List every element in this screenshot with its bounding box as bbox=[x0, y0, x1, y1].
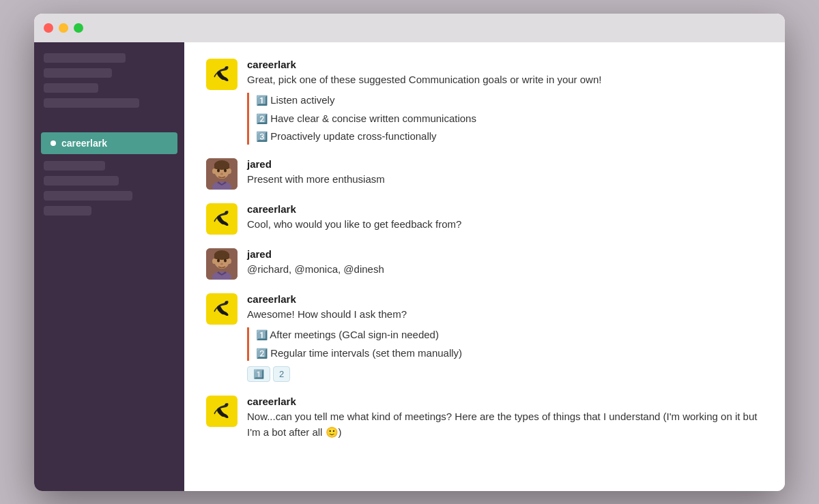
message-6-author: careerlark bbox=[247, 396, 763, 407]
message-3-content: careerlark Cool, who would you like to g… bbox=[247, 203, 763, 233]
svg-point-20 bbox=[220, 263, 223, 265]
message-3-text: Cool, who would you like to get feedback… bbox=[247, 217, 763, 233]
sidebar-placeholder-1[interactable] bbox=[44, 53, 126, 63]
title-bar bbox=[34, 14, 785, 42]
svg-rect-4 bbox=[214, 164, 229, 169]
list-item-1-1[interactable]: 1️⃣ Listen actively bbox=[256, 93, 763, 108]
message-5-author: careerlark bbox=[247, 293, 763, 305]
sidebar-placeholder-7[interactable] bbox=[44, 191, 132, 201]
bot-avatar-1 bbox=[206, 59, 238, 90]
sidebar-group-2 bbox=[41, 161, 177, 216]
user-avatar-1 bbox=[206, 158, 238, 190]
svg-point-8 bbox=[224, 168, 227, 172]
message-1-text: Great, pick one of these suggested Commu… bbox=[247, 72, 763, 88]
message-3-author: careerlark bbox=[247, 203, 763, 215]
message-6-content: careerlark Now...can you tell me what ki… bbox=[247, 396, 763, 440]
bird-icon bbox=[211, 63, 233, 85]
message-5: careerlark Awesome! How should I ask the… bbox=[206, 293, 763, 383]
user-face-icon bbox=[206, 158, 238, 190]
sidebar-placeholder-5[interactable] bbox=[44, 161, 105, 171]
active-dot bbox=[51, 140, 56, 146]
svg-point-17 bbox=[227, 258, 231, 264]
message-4-content: jared @richard, @monica, @dinesh bbox=[247, 248, 763, 278]
svg-point-11 bbox=[225, 211, 227, 213]
message-4: jared @richard, @monica, @dinesh bbox=[206, 248, 763, 280]
message-1-content: careerlark Great, pick one of these sugg… bbox=[247, 59, 763, 145]
maximize-button[interactable] bbox=[74, 23, 83, 33]
sidebar-spacer-1 bbox=[41, 115, 177, 125]
message-2-content: jared Present with more enthusiasm bbox=[247, 158, 763, 188]
sidebar-placeholder-6[interactable] bbox=[44, 176, 119, 186]
message-1-list: 1️⃣ Listen actively 2️⃣ Have clear & con… bbox=[247, 93, 763, 145]
sidebar: careerlark bbox=[34, 42, 184, 491]
list-item-5-1[interactable]: 1️⃣ After meetings (GCal sign-in needed) bbox=[256, 327, 763, 343]
message-2-author: jared bbox=[247, 158, 763, 170]
bird-icon-3 bbox=[211, 298, 233, 320]
sidebar-active-label: careerlark bbox=[61, 138, 107, 149]
sidebar-placeholder-8[interactable] bbox=[44, 206, 91, 216]
list-item-1-2[interactable]: 2️⃣ Have clear & concise written communi… bbox=[256, 111, 763, 127]
sidebar-group-1 bbox=[41, 53, 177, 108]
chat-area[interactable]: careerlark Great, pick one of these sugg… bbox=[184, 42, 785, 491]
svg-point-6 bbox=[227, 168, 231, 174]
reaction-1-button[interactable]: 1️⃣ bbox=[247, 366, 270, 382]
list-item-1-3[interactable]: 3️⃣ Proactively update cross-functionall… bbox=[256, 129, 763, 145]
svg-point-9 bbox=[220, 173, 223, 175]
app-body: careerlark bbox=[34, 42, 785, 491]
bird-icon-2 bbox=[211, 208, 233, 230]
bot-avatar-3 bbox=[206, 293, 238, 325]
sidebar-placeholder-4[interactable] bbox=[44, 98, 139, 108]
message-1: careerlark Great, pick one of these sugg… bbox=[206, 59, 763, 145]
close-button[interactable] bbox=[44, 23, 53, 33]
message-3: careerlark Cool, who would you like to g… bbox=[206, 203, 763, 235]
list-item-5-2[interactable]: 2️⃣ Regular time intervals (set them man… bbox=[256, 346, 763, 361]
message-4-author: jared bbox=[247, 248, 763, 260]
minimize-button[interactable] bbox=[59, 23, 68, 33]
traffic-lights bbox=[44, 23, 83, 33]
message-6-text: Now...can you tell me what kind of meeti… bbox=[247, 409, 763, 440]
svg-point-7 bbox=[217, 168, 220, 172]
message-2: jared Present with more enthusiasm bbox=[206, 158, 763, 190]
user-avatar-2 bbox=[206, 248, 238, 280]
message-1-author: careerlark bbox=[247, 59, 763, 70]
message-5-text: Awesome! How should I ask them? bbox=[247, 307, 763, 323]
app-window: careerlark bbox=[34, 14, 785, 491]
bird-icon-4 bbox=[211, 400, 233, 422]
message-6: careerlark Now...can you tell me what ki… bbox=[206, 396, 763, 440]
svg-point-23 bbox=[225, 404, 227, 406]
reaction-buttons: 1️⃣ 2 bbox=[247, 366, 763, 382]
svg-point-5 bbox=[212, 168, 216, 174]
svg-point-22 bbox=[225, 301, 227, 303]
bot-avatar-2 bbox=[206, 203, 238, 235]
reaction-2-button[interactable]: 2 bbox=[273, 366, 290, 382]
user-face-icon-2 bbox=[206, 248, 238, 280]
sidebar-placeholder-2[interactable] bbox=[44, 68, 112, 78]
bot-avatar-4 bbox=[206, 396, 238, 427]
message-2-text: Present with more enthusiasm bbox=[247, 172, 763, 188]
svg-point-19 bbox=[224, 258, 227, 262]
sidebar-item-careerlark[interactable]: careerlark bbox=[41, 132, 177, 154]
message-5-list: 1️⃣ After meetings (GCal sign-in needed)… bbox=[247, 327, 763, 361]
svg-point-16 bbox=[212, 258, 216, 264]
svg-point-0 bbox=[225, 66, 227, 68]
svg-point-18 bbox=[217, 258, 220, 262]
message-4-text: @richard, @monica, @dinesh bbox=[247, 262, 763, 278]
sidebar-placeholder-3[interactable] bbox=[44, 83, 98, 93]
message-5-content: careerlark Awesome! How should I ask the… bbox=[247, 293, 763, 383]
svg-rect-15 bbox=[214, 254, 229, 259]
